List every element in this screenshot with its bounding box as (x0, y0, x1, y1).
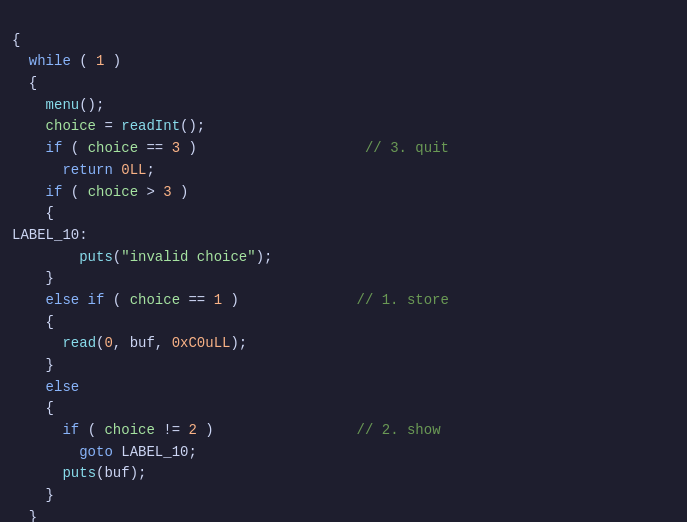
line-5: choice = readInt(); (12, 118, 205, 134)
line-20: goto LABEL_10; (12, 444, 197, 460)
line-7: return 0LL; (12, 162, 155, 178)
line-19: if ( choice != 2 ) // 2. show (12, 422, 441, 438)
line-4: menu(); (12, 97, 104, 113)
line-14: { (12, 314, 54, 330)
line-18: { (12, 400, 54, 416)
line-16: } (12, 357, 54, 373)
code-container: { while ( 1 ) { menu(); choice = readInt… (12, 8, 675, 522)
line-23: } (12, 509, 37, 522)
line-22: } (12, 487, 54, 503)
line-11: puts("invalid choice"); (12, 249, 272, 265)
line-13: else if ( choice == 1 ) // 1. store (12, 292, 449, 308)
line-21: puts(buf); (12, 465, 146, 481)
line-1: { (12, 32, 20, 48)
line-2: while ( 1 ) (12, 53, 121, 69)
line-9: { (12, 205, 54, 221)
line-3: { (12, 75, 37, 91)
line-15: read(0, buf, 0xC0uLL); (12, 335, 247, 351)
line-17: else (12, 379, 79, 395)
line-8: if ( choice > 3 ) (12, 184, 189, 200)
line-12: } (12, 270, 54, 286)
line-10: LABEL_10: (12, 227, 88, 243)
line-6: if ( choice == 3 ) // 3. quit (12, 140, 449, 156)
